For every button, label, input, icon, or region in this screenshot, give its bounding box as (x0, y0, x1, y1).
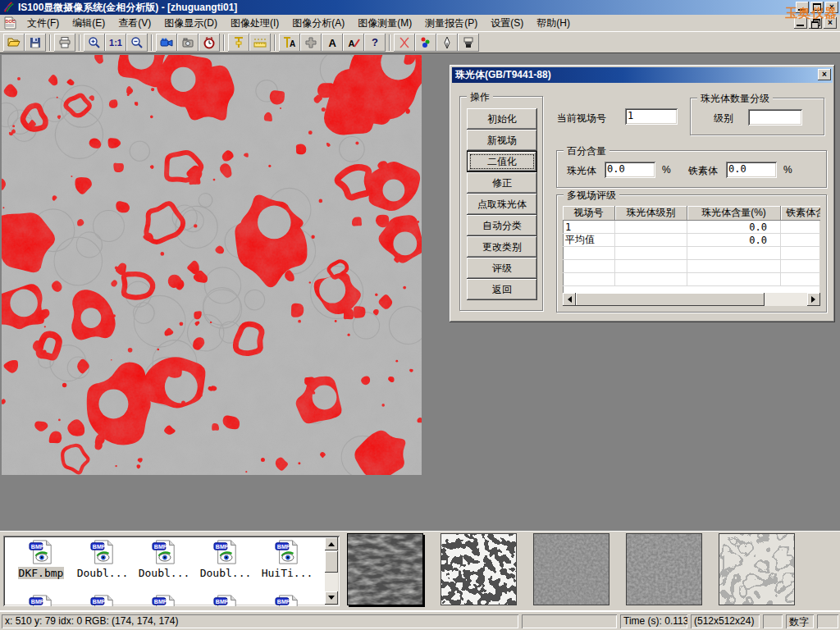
camera-capture-button[interactable] (177, 34, 199, 52)
file-list-scrollbar[interactable] (325, 537, 338, 605)
file-item[interactable]: BMPDoubl... (73, 540, 132, 579)
bmp-file-icon: BMP (152, 540, 176, 564)
close-button[interactable]: × (825, 2, 838, 13)
help-button[interactable]: ? (364, 34, 386, 52)
file-item-partial[interactable]: BMP (258, 595, 317, 606)
scrollbar-thumb[interactable] (325, 551, 338, 573)
scroll-right-button[interactable] (807, 293, 820, 306)
ruler-measure-button[interactable] (249, 34, 271, 52)
file-browser-strip: BMPDKF.bmpBMPDoubl...BMPDoubl...BMPDoubl… (0, 530, 840, 610)
bmp-file-icon: BMP (152, 595, 176, 606)
video-camera-button[interactable] (156, 34, 177, 52)
file-item[interactable]: BMPDKF.bmp (11, 540, 71, 579)
file-name[interactable]: Doubl... (76, 567, 130, 579)
zoom-in-button[interactable] (84, 34, 105, 52)
return-button[interactable]: 返回 (467, 279, 537, 300)
scrollbar-thumb[interactable] (576, 293, 765, 306)
menu-edit[interactable]: 编辑(E) (66, 15, 112, 32)
file-name[interactable]: Doubl... (199, 567, 253, 579)
table-horizontal-scrollbar[interactable] (563, 293, 820, 306)
file-name[interactable]: DKF.bmp (18, 567, 65, 579)
brush-tool-button[interactable] (458, 34, 479, 52)
current-field-input[interactable]: 1 (625, 108, 678, 125)
new-field-button[interactable]: 新视场 (467, 130, 537, 151)
document-icon[interactable]: DOC (3, 16, 17, 30)
mdi-minimize-button[interactable] (794, 17, 807, 29)
thumbnail-1[interactable] (347, 533, 423, 605)
menu-image-analysis[interactable]: 图像分析(A) (285, 15, 351, 32)
change-class-button[interactable]: 更改类别 (467, 236, 537, 258)
mdi-restore-button[interactable] (809, 17, 822, 29)
pick-pearlite-button[interactable]: 点取珠光体 (467, 194, 537, 215)
scroll-down-button[interactable] (325, 591, 338, 605)
ferrite-percent-input[interactable]: 0.0 (726, 162, 777, 178)
open-file-button[interactable] (3, 34, 25, 52)
pen-tool-button[interactable] (436, 34, 458, 52)
menu-image-measure[interactable]: 图像测量(M) (351, 15, 418, 32)
count-markers-button[interactable] (415, 34, 436, 52)
thumbnail-4[interactable] (626, 533, 702, 605)
menu-view[interactable]: 查看(V) (112, 15, 158, 32)
file-item[interactable]: BMPHuiTi... (258, 540, 317, 579)
multi-field-table[interactable]: 视场号 珠光体级别 珠光体含量(%) 铁素体含量(%) 1 0.0 平均值 0.… (563, 206, 820, 306)
spline-curves-button[interactable] (394, 34, 415, 52)
timer-button[interactable] (199, 34, 220, 52)
ruler-icon (253, 36, 267, 49)
rate-button[interactable]: 评级 (467, 258, 537, 279)
bmp-file-icon: BMP (213, 540, 238, 564)
scroll-up-button[interactable] (325, 537, 338, 550)
caliper-measure-button[interactable] (228, 34, 249, 52)
percentage-group: 百分含量 珠光体 0.0 % 铁素体 0.0 % (556, 150, 827, 188)
thumbnail-5[interactable] (719, 533, 795, 605)
menu-image-display[interactable]: 图像显示(D) (158, 15, 224, 32)
init-button[interactable]: 初始化 (467, 108, 537, 130)
menu-bar: DOC 文件(F) 编辑(E) 查看(V) 图像显示(D) 图像处理(I) 图像… (0, 15, 840, 31)
minimize-button[interactable] (796, 2, 809, 13)
binarize-button[interactable]: 二值化 (467, 151, 537, 172)
file-item[interactable]: BMPDoubl... (135, 540, 194, 579)
pearlite-label: 珠光体 (567, 164, 596, 178)
table-row[interactable]: 1 0.0 (563, 221, 820, 234)
binarized-metallograph-image[interactable] (2, 55, 422, 475)
file-item-partial[interactable]: BMP (11, 595, 71, 606)
text-edit-button[interactable]: A (343, 34, 364, 52)
menu-settings[interactable]: 设置(S) (484, 15, 530, 32)
timer-clock-icon (203, 36, 216, 49)
floppy-disk-icon (29, 36, 42, 49)
menu-measure-report[interactable]: 测量报告(P) (418, 15, 484, 32)
printer-icon (58, 36, 71, 49)
file-name[interactable]: HuiTi... (261, 567, 314, 579)
menu-image-process[interactable]: 图像处理(I) (224, 15, 285, 32)
pearlite-percent-input[interactable]: 0.0 (605, 162, 655, 178)
file-item-partial[interactable]: BMP (135, 595, 194, 606)
menu-help[interactable]: 帮助(H) (530, 15, 577, 32)
menu-file[interactable]: 文件(F) (21, 15, 66, 32)
print-button[interactable] (54, 34, 75, 52)
caliper-icon (232, 36, 245, 49)
merge-cross-button[interactable] (300, 34, 322, 52)
thumbnail-2[interactable] (441, 533, 517, 605)
text-tool-button[interactable]: A (322, 34, 343, 52)
level-input[interactable] (748, 109, 802, 126)
file-item[interactable]: BMPDoubl... (196, 540, 255, 579)
curves-icon (398, 36, 411, 49)
percent-sign: % (783, 164, 792, 176)
auto-classify-button[interactable]: 自动分类 (467, 215, 537, 236)
actual-size-button[interactable]: 1:1 (105, 34, 126, 52)
correct-button[interactable]: 修正 (467, 172, 537, 194)
mdi-close-button[interactable]: × (824, 17, 837, 29)
file-list[interactable]: BMPDKF.bmpBMPDoubl...BMPDoubl...BMPDoubl… (3, 536, 340, 606)
dialog-title-bar[interactable]: 珠光体(GB/T9441-88) × (452, 67, 833, 83)
scroll-left-button[interactable] (563, 293, 576, 306)
measure-text-button[interactable]: A (279, 34, 300, 52)
table-row[interactable]: 平均值 0.0 (563, 234, 820, 247)
save-button[interactable] (25, 34, 46, 52)
dialog-close-button[interactable]: × (818, 69, 831, 80)
maximize-button[interactable] (810, 2, 824, 13)
file-item-partial[interactable]: BMP (73, 595, 132, 606)
file-item-partial[interactable]: BMP (196, 595, 255, 606)
thumbnail-3[interactable] (533, 533, 609, 605)
file-name[interactable]: Doubl... (138, 567, 191, 579)
thumbnail-3-image (534, 534, 609, 605)
zoom-out-button[interactable] (126, 34, 148, 52)
